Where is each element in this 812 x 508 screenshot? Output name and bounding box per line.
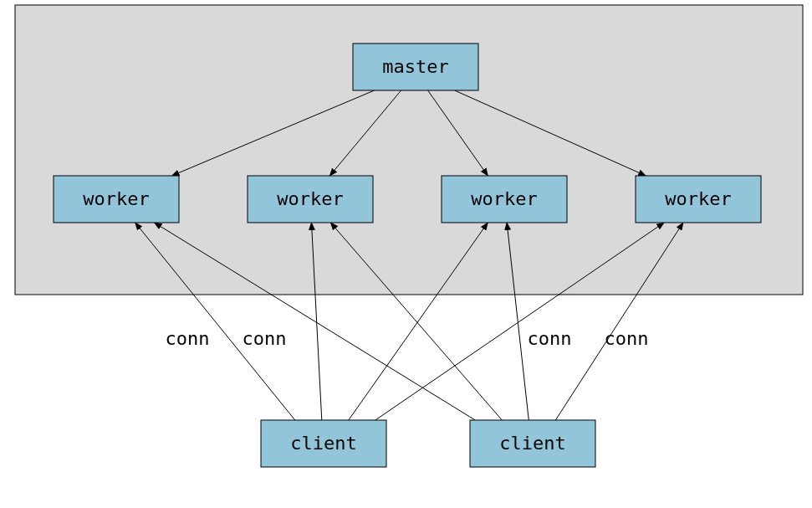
architecture-diagram: master worker worker worker worker clien… bbox=[0, 0, 812, 508]
master-label: master bbox=[382, 56, 448, 77]
client-node: client bbox=[261, 420, 386, 467]
client-label: client bbox=[499, 433, 565, 454]
worker-label: worker bbox=[83, 188, 149, 209]
worker-node: worker bbox=[636, 176, 761, 223]
worker-node: worker bbox=[442, 176, 567, 223]
conn-label: conn bbox=[528, 328, 572, 349]
worker-label: worker bbox=[665, 188, 731, 209]
worker-node: worker bbox=[248, 176, 373, 223]
conn-label: conn bbox=[243, 328, 287, 349]
worker-node: worker bbox=[54, 176, 179, 223]
worker-label: worker bbox=[471, 188, 537, 209]
master-node: master bbox=[353, 44, 478, 90]
conn-label: conn bbox=[166, 328, 210, 349]
client-node: client bbox=[470, 420, 595, 467]
conn-label: conn bbox=[605, 328, 649, 349]
worker-label: worker bbox=[277, 188, 343, 209]
client-label: client bbox=[290, 433, 356, 454]
